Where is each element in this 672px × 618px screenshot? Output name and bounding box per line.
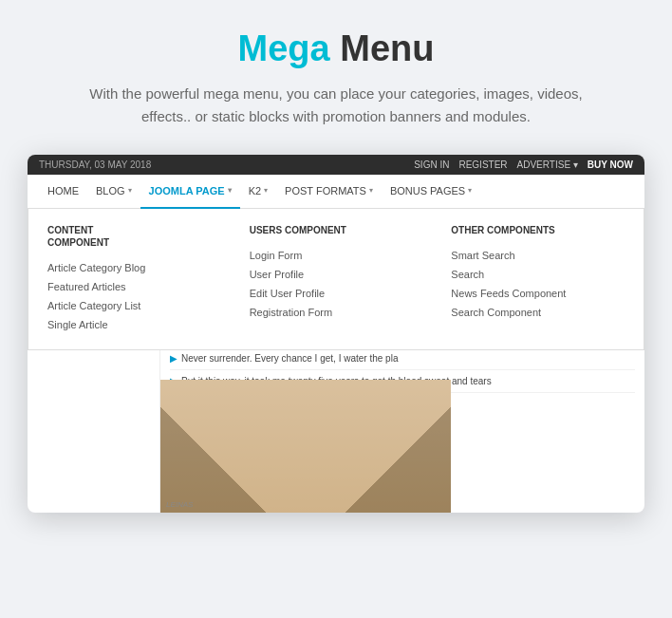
mega-item-search-component[interactable]: Search Component bbox=[451, 303, 625, 322]
article-text: Never surrender. Every chance I get, I w… bbox=[181, 352, 398, 365]
register-link[interactable]: REGISTER bbox=[458, 159, 507, 170]
nav-joomla-page[interactable]: JOOMLA PAGE ▾ bbox=[140, 175, 240, 209]
nav-bar: HOME BLOG ▾ JOOMLA PAGE ▾ K2 ▾ POST FORM… bbox=[28, 175, 644, 209]
nav-bonus-pages[interactable]: BONUS PAGES ▾ bbox=[382, 175, 480, 209]
mega-col-content: CONTENTCOMPONENT Article Category Blog F… bbox=[47, 224, 221, 334]
mega-item-article-category-list[interactable]: Article Category List bbox=[47, 296, 221, 315]
mega-menu-dropdown: CONTENTCOMPONENT Article Category Blog F… bbox=[28, 209, 644, 350]
mega-item-registration-form[interactable]: Registration Form bbox=[250, 303, 423, 322]
mega-item-article-category-blog[interactable]: Article Category Blog bbox=[47, 258, 221, 277]
title-rest: Menu bbox=[330, 28, 435, 68]
browser-window: THURSDAY, 03 MAY 2018 SIGN IN REGISTER A… bbox=[28, 155, 644, 513]
mega-item-edit-user-profile[interactable]: Edit User Profile bbox=[250, 284, 423, 303]
top-bar-actions: SIGN IN REGISTER ADVERTISE ▾ BUY NOW bbox=[414, 159, 633, 170]
image-label: LEINAS bbox=[166, 500, 193, 509]
mega-col-content-title: CONTENTCOMPONENT bbox=[47, 224, 221, 249]
mega-col-users: USERS COMPONENT Login Form User Profile … bbox=[250, 224, 423, 334]
title-accent: Mega bbox=[238, 28, 330, 68]
mega-item-news-feeds[interactable]: News Feeds Component bbox=[451, 284, 625, 303]
mega-col-users-title: USERS COMPONENT bbox=[250, 224, 423, 236]
top-bar-date: THURSDAY, 03 MAY 2018 bbox=[39, 159, 151, 170]
nav-k2[interactable]: K2 ▾ bbox=[240, 175, 276, 209]
sign-in-link[interactable]: SIGN IN bbox=[414, 159, 449, 170]
mega-item-single-article[interactable]: Single Article bbox=[47, 315, 221, 334]
mega-item-login-form[interactable]: Login Form bbox=[250, 246, 423, 265]
page-title: Mega Menu bbox=[238, 28, 435, 69]
buy-now-link[interactable]: BUY NOW bbox=[588, 159, 633, 170]
mega-item-user-profile[interactable]: User Profile bbox=[250, 265, 423, 284]
nav-post-formats[interactable]: POST FORMATS ▾ bbox=[276, 175, 382, 209]
article-arrow-icon: ▶ bbox=[170, 352, 177, 365]
bottom-image-bg bbox=[160, 380, 451, 513]
mega-item-search[interactable]: Search bbox=[451, 265, 625, 284]
nav-blog[interactable]: BLOG ▾ bbox=[87, 175, 140, 209]
nav-home[interactable]: HOME bbox=[39, 175, 87, 209]
advertise-link[interactable]: ADVERTISE ▾ bbox=[517, 159, 578, 170]
mega-col-other: OTHER COMPONENTS Smart Search Search New… bbox=[451, 224, 625, 334]
mega-col-other-title: OTHER COMPONENTS bbox=[451, 224, 625, 236]
bottom-image: LEINAS bbox=[160, 380, 451, 513]
page-subtitle: With the powerful mega menu, you can pla… bbox=[89, 83, 583, 128]
mega-item-smart-search[interactable]: Smart Search bbox=[451, 246, 625, 265]
mega-item-featured-articles[interactable]: Featured Articles bbox=[47, 277, 221, 296]
top-bar: THURSDAY, 03 MAY 2018 SIGN IN REGISTER A… bbox=[28, 155, 644, 175]
article-item: ▶ Never surrender. Every chance I get, I… bbox=[170, 347, 635, 370]
